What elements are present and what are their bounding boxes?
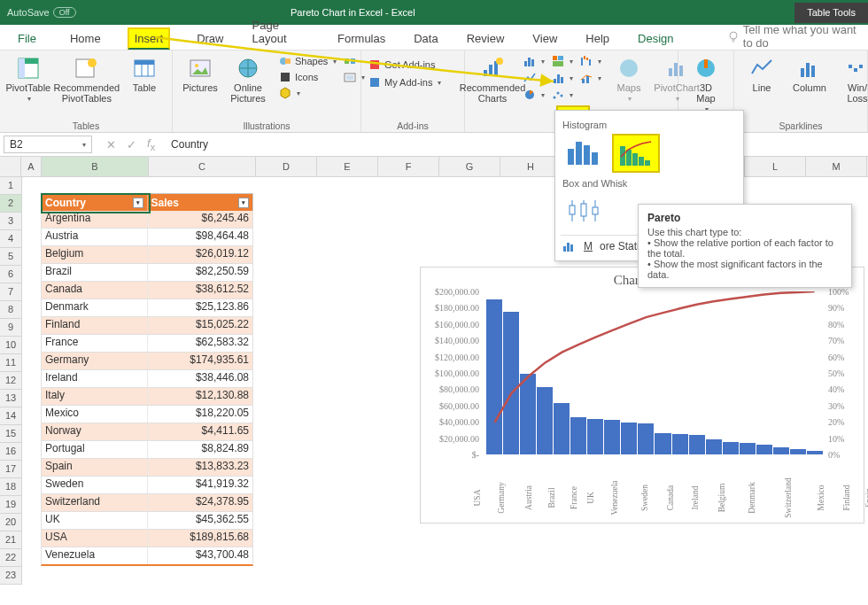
tab-formulas[interactable]: Formulas	[336, 27, 387, 50]
table-row[interactable]: Argentina$6,245.46	[41, 211, 253, 229]
chart-bar[interactable]	[503, 312, 519, 454]
pivottable-button[interactable]: PivotTable▾	[7, 54, 50, 105]
my-addins-button[interactable]: My Add-ins▾	[368, 75, 457, 89]
combo-chart-icon[interactable]: ▾	[580, 71, 601, 85]
tab-review[interactable]: Review	[465, 27, 507, 50]
pareto-tooltip: Pareto Use this chart type to: • Show th…	[638, 204, 852, 288]
svg-rect-40	[586, 76, 589, 83]
table-row[interactable]: USA$189,815.68	[41, 530, 253, 547]
shapes-button[interactable]: Shapes▾	[279, 54, 337, 68]
data-table[interactable]: Country▾ Sales▾ Argentina$6,245.46Austri…	[41, 193, 253, 566]
pictures-button[interactable]: Pictures	[180, 54, 221, 95]
enter-icon[interactable]: ✓	[127, 138, 136, 151]
sparkline-line-button[interactable]: Line	[741, 54, 782, 95]
chart-bar[interactable]	[672, 434, 688, 454]
row-headers[interactable]: 1234567891011121314151617181920212223	[0, 177, 22, 585]
pareto-chart-option[interactable]	[612, 134, 660, 173]
table-row[interactable]: Venezuela$43,700.48	[41, 547, 253, 566]
table-row[interactable]: France$62,583.32	[41, 335, 253, 353]
table-row[interactable]: Denmark$25,123.86	[41, 299, 253, 317]
chart-bar[interactable]	[773, 447, 789, 454]
online-pictures-button[interactable]: Online Pictures	[228, 54, 268, 105]
table-row[interactable]: Germany$174,935.61	[41, 353, 253, 370]
boxwhisker-option[interactable]	[561, 192, 607, 229]
chart-bar[interactable]	[756, 445, 772, 454]
fx-icon[interactable]: fx	[147, 136, 155, 152]
histogram-chart-option[interactable]	[561, 134, 607, 171]
svg-rect-54	[849, 65, 852, 68]
chart-bar[interactable]	[723, 442, 739, 454]
chart-bar[interactable]	[537, 387, 553, 454]
chart-bar[interactable]	[621, 423, 637, 454]
cancel-icon[interactable]: ✕	[106, 138, 116, 151]
table-row[interactable]: Finland$15,025.22	[41, 317, 253, 335]
table-row[interactable]: Spain$13,833.23	[41, 459, 253, 477]
tab-insert[interactable]: Insert	[128, 27, 171, 50]
column-chart-icon[interactable]: ▾	[523, 54, 545, 68]
chart-bar[interactable]	[740, 443, 756, 454]
table-button[interactable]: Table	[124, 54, 165, 95]
chart-bar[interactable]	[706, 439, 722, 454]
table-row[interactable]: Canada$38,612.52	[41, 282, 253, 299]
tab-page-layout[interactable]: Page Layout	[251, 14, 312, 50]
filter-icon[interactable]: ▾	[133, 198, 143, 208]
chart-bar[interactable]	[486, 299, 502, 454]
recommended-pivot-button[interactable]: Recommended PivotTables	[57, 54, 117, 105]
get-addins-button[interactable]: Get Add-ins	[368, 58, 457, 72]
tab-view[interactable]: View	[531, 27, 559, 50]
scatter-chart-icon[interactable]: ▾	[552, 88, 573, 102]
3dmodels-button[interactable]: ▾	[279, 86, 337, 100]
chart-bar[interactable]	[604, 420, 620, 454]
table-row[interactable]: Brazil$82,250.59	[41, 264, 253, 282]
chart-bar[interactable]	[520, 374, 536, 454]
pie-chart-icon[interactable]: ▾	[523, 88, 545, 102]
tab-data[interactable]: Data	[412, 27, 439, 50]
icons-button[interactable]: Icons	[279, 70, 337, 84]
chart-plot-area[interactable]	[486, 291, 823, 454]
table-row[interactable]: Norway$4,411.65	[41, 423, 253, 441]
chart-bar[interactable]	[554, 403, 570, 454]
recommended-charts-button[interactable]: Recommended Charts	[472, 54, 513, 105]
chart-bar[interactable]	[689, 435, 705, 454]
autosave-toggle[interactable]: AutoSave Off	[7, 7, 76, 18]
table-row[interactable]: Sweden$41,919.32	[41, 477, 253, 494]
svg-rect-73	[581, 204, 586, 216]
table-row[interactable]: Italy$12,130.88	[41, 388, 253, 406]
chart-bar[interactable]	[807, 451, 823, 454]
tab-home[interactable]: Home	[68, 27, 103, 50]
maps-button[interactable]: Maps▾	[608, 54, 649, 105]
svg-rect-34	[586, 58, 588, 60]
chart-bar[interactable]	[655, 433, 670, 454]
line-chart-icon[interactable]: ▾	[523, 71, 545, 85]
embedded-chart[interactable]: Chart Title $200,000.00$180,000.00$160,0…	[420, 267, 864, 524]
table-row[interactable]: Ireland$38,446.08	[41, 370, 253, 388]
chart-bar[interactable]	[790, 449, 806, 454]
svg-rect-28	[531, 59, 534, 66]
chart-bar[interactable]	[570, 417, 586, 454]
sparkline-winloss-button[interactable]: Win/ Loss	[837, 54, 868, 105]
filter-icon[interactable]: ▾	[238, 198, 249, 208]
formula-input[interactable]: Country	[166, 138, 868, 151]
tab-design[interactable]: Design	[636, 27, 675, 50]
tell-me-search[interactable]: Tell me what you want to do	[727, 23, 869, 50]
tab-draw[interactable]: Draw	[195, 27, 225, 50]
table-row[interactable]: Belgium$26,019.12	[41, 246, 253, 264]
select-all-corner[interactable]	[0, 157, 21, 177]
chart-y2-axis: 100%90%80%70%60%50%40%30%20%10%0%	[825, 291, 864, 454]
table-row[interactable]: Austria$98,464.48	[41, 229, 253, 246]
name-box[interactable]: B2▾	[4, 136, 92, 153]
table-row[interactable]: Mexico$18,220.05	[41, 406, 253, 423]
waterfall-chart-icon[interactable]: ▾	[580, 54, 601, 68]
sparkline-column-button[interactable]: Column	[789, 54, 830, 95]
table-row[interactable]: Portugal$8,824.89	[41, 441, 253, 459]
hierarchy-chart-icon[interactable]: ▾	[552, 54, 573, 68]
chart-bar[interactable]	[638, 423, 654, 454]
table-row[interactable]: Switzerland$24,378.95	[41, 494, 253, 512]
tab-help[interactable]: Help	[584, 27, 611, 50]
chart-bar[interactable]	[587, 419, 603, 454]
statistic-chart-icon[interactable]: ▾	[552, 71, 573, 85]
pivotchart-button[interactable]: PivotChart▾	[656, 54, 697, 105]
table-row[interactable]: UK$45,362.55	[41, 512, 253, 530]
svg-rect-26	[524, 61, 527, 66]
tab-file[interactable]: File	[16, 27, 38, 50]
